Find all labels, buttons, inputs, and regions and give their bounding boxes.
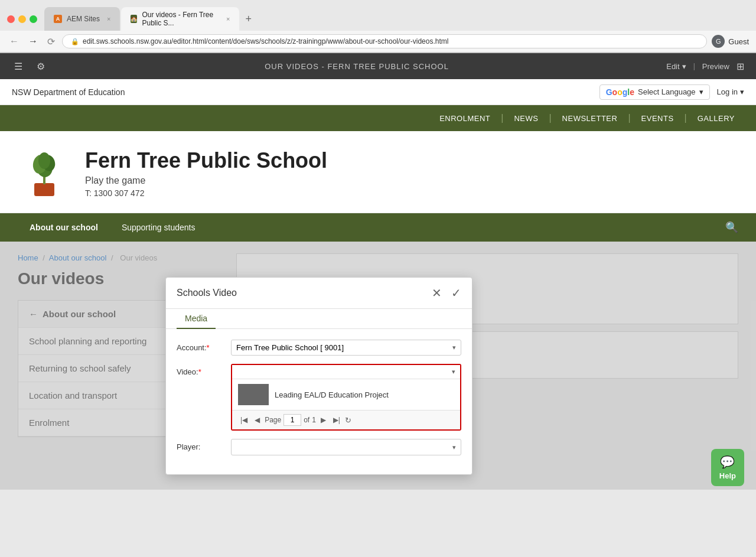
nav-news[interactable]: NEWS — [504, 114, 548, 123]
traffic-lights — [7, 15, 37, 23]
school-nav-about[interactable]: About our school — [18, 223, 110, 232]
prev-page-button[interactable]: ◀ — [252, 415, 262, 425]
total-pages: 1 — [312, 416, 316, 424]
search-icon[interactable]: 🔍 — [725, 221, 738, 234]
org-name: NSW Department of Education — [12, 87, 125, 97]
modal-tab-media[interactable]: Media — [177, 309, 216, 329]
video-pagination: |◀ ◀ Page of 1 ▶ ▶| ↻ — [232, 410, 460, 429]
address-bar[interactable]: 🔒 edit.sws.schools.nsw.gov.au/editor.htm… — [62, 34, 707, 48]
modal-body: Account: Fern Tree Public School [ 9001]… — [166, 329, 472, 474]
close-traffic-light[interactable] — [7, 15, 15, 23]
help-button[interactable]: 💬 Help — [711, 449, 744, 486]
tab-videos-close[interactable]: × — [226, 15, 230, 22]
login-chevron-icon: ▾ — [740, 87, 744, 96]
help-chat-icon: 💬 — [720, 455, 735, 469]
video-row: Video: ▾ Leading EAL/D Education Project… — [177, 364, 461, 431]
tab-aem-label: AEM Sites — [67, 15, 100, 23]
modal-tabs: Media — [166, 309, 472, 329]
video-list: Leading EAL/D Education Project — [232, 379, 460, 410]
first-page-button[interactable]: |◀ — [238, 415, 250, 425]
modal-close-button[interactable]: ✕ — [432, 286, 442, 300]
cms-toolbar-right: Edit ▾ | Preview ⊞ — [666, 61, 744, 72]
sidebar-toggle-button[interactable]: ☰ — [12, 58, 25, 74]
guest-area: G Guest — [712, 35, 749, 48]
next-page-button[interactable]: ▶ — [318, 415, 328, 425]
back-button[interactable]: ← — [7, 35, 21, 48]
language-chevron-icon: ▾ — [699, 87, 703, 96]
school-tagline: Play the game — [85, 175, 327, 186]
select-language-label: Select Language — [638, 87, 696, 96]
player-select-arrow-icon: ▾ — [452, 444, 456, 451]
player-label: Player: — [177, 439, 224, 451]
modal-confirm-button[interactable]: ✓ — [451, 286, 461, 300]
help-label: Help — [719, 471, 736, 480]
page-number-input[interactable] — [284, 414, 301, 426]
address-bar-row: ← → ⟳ 🔒 edit.sws.schools.nsw.gov.au/edit… — [0, 31, 756, 53]
modal-header: Schools Video ✕ ✓ — [166, 278, 472, 309]
school-info: Fern Tree Public School Play the game T:… — [85, 148, 327, 198]
new-tab-button[interactable]: + — [240, 7, 256, 31]
browser-chrome: A AEM Sites × 🏫 Our videos - Fern Tree P… — [0, 0, 756, 53]
preview-button[interactable]: Preview — [702, 62, 729, 71]
nav-events[interactable]: EVENTS — [632, 114, 683, 123]
reload-button[interactable]: ⟳ — [45, 35, 57, 48]
google-translate-button[interactable]: Google Select Language ▾ — [599, 84, 710, 100]
top-nav-bar: ENROLMENT | NEWS | NEWSLETTER | EVENTS |… — [0, 105, 756, 131]
address-text: edit.sws.schools.nsw.gov.au/editor.html/… — [83, 37, 448, 45]
page-label: Page — [265, 416, 281, 424]
title-bar: A AEM Sites × 🏫 Our videos - Fern Tree P… — [0, 0, 756, 31]
lock-icon: 🔒 — [71, 38, 79, 45]
minimize-traffic-light[interactable] — [18, 15, 26, 23]
account-label: Account: — [177, 340, 224, 352]
video-item-name: Leading EAL/D Education Project — [275, 390, 389, 399]
svg-rect-0 — [34, 183, 54, 196]
video-dropdown-wrapper: ▾ Leading EAL/D Education Project |◀ ◀ P… — [231, 364, 461, 431]
cms-page-title: OUR VIDEOS - FERN TREE PUBLIC SCHOOL — [47, 62, 666, 71]
guest-avatar: G — [712, 35, 725, 48]
maximize-traffic-light[interactable] — [30, 15, 37, 23]
schools-video-modal: Schools Video ✕ ✓ Media Account: Fern Tr… — [165, 277, 472, 475]
pages-button[interactable]: ⊞ — [737, 61, 744, 72]
browser-tabs: A AEM Sites × 🏫 Our videos - Fern Tree P… — [44, 7, 749, 31]
video-dropdown-header[interactable]: ▾ — [232, 365, 460, 379]
login-button[interactable]: Log in ▾ — [717, 87, 744, 96]
main-content: Home / About our school / Our videos Our… — [0, 242, 756, 490]
account-select-arrow-icon: ▾ — [452, 344, 456, 351]
site-header: NSW Department of Education Google Selec… — [0, 79, 756, 105]
video-dropdown-arrow-icon: ▾ — [452, 368, 455, 376]
guest-label: Guest — [728, 37, 749, 46]
tab-our-videos[interactable]: 🏫 Our videos - Fern Tree Public S... × — [121, 7, 239, 31]
school-logo — [18, 145, 71, 201]
tab-aem-sites[interactable]: A AEM Sites × — [44, 7, 120, 31]
nav-newsletter[interactable]: NEWSLETTER — [553, 114, 627, 123]
video-label: Video: — [177, 364, 224, 376]
site-header-right: Google Select Language ▾ Log in ▾ — [599, 84, 744, 100]
school-phone: T: 1300 307 472 — [85, 188, 327, 198]
account-select[interactable]: Fern Tree Public School [ 9001] ▾ — [231, 340, 461, 356]
forward-button[interactable]: → — [26, 35, 40, 48]
of-label: of — [304, 416, 309, 424]
last-page-button[interactable]: ▶| — [331, 415, 343, 425]
cms-toolbar-left: ☰ ⚙ — [12, 58, 47, 74]
modal-title: Schools Video — [177, 288, 237, 298]
svg-point-5 — [38, 152, 50, 169]
school-name: Fern Tree Public School — [85, 148, 327, 173]
school-nav-supporting[interactable]: Supporting students — [110, 223, 207, 232]
player-row: Player: ▾ — [177, 439, 461, 455]
tab-aem-close[interactable]: × — [107, 15, 110, 22]
player-select[interactable]: ▾ — [231, 439, 461, 455]
school-nav: About our school Supporting students 🔍 — [0, 213, 756, 242]
account-row: Account: Fern Tree Public School [ 9001]… — [177, 340, 461, 356]
refresh-button[interactable]: ↻ — [345, 416, 351, 425]
video-list-item[interactable]: Leading EAL/D Education Project — [232, 379, 460, 410]
edit-button[interactable]: Edit ▾ — [666, 62, 686, 71]
school-header: Fern Tree Public School Play the game T:… — [0, 131, 756, 213]
google-g-logo: Google — [606, 87, 634, 97]
account-value: Fern Tree Public School [ 9001] — [236, 343, 344, 352]
video-thumbnail — [238, 384, 269, 405]
nav-enrolment[interactable]: ENROLMENT — [430, 114, 500, 123]
properties-button[interactable]: ⚙ — [34, 58, 47, 74]
cms-toolbar: ☰ ⚙ OUR VIDEOS - FERN TREE PUBLIC SCHOOL… — [0, 53, 756, 79]
nav-gallery[interactable]: GALLERY — [688, 114, 744, 123]
edit-chevron-icon: ▾ — [682, 62, 686, 71]
